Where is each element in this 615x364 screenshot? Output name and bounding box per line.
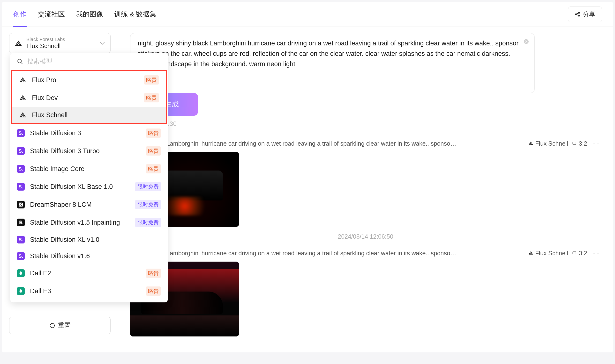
model-option[interactable]: DreamShaper 8 LCM限时免费 (10, 196, 168, 214)
tab-my-images[interactable]: 我的图像 (76, 2, 103, 27)
history-prompt: y shiny black Lamborghini hurricane car … (130, 250, 525, 257)
tab-create[interactable]: 创作 (13, 2, 27, 27)
history-ratio: 3:2 (572, 250, 587, 257)
ds-icon (17, 201, 25, 208)
prompt-box[interactable]: night. glossy shiny black Lamborghini hu… (130, 33, 535, 93)
model-badge: 略贵 (146, 286, 161, 296)
model-option-label: Dall E2 (30, 270, 140, 277)
svg-point-7 (20, 205, 20, 206)
tab-train-dataset[interactable]: 训练 & 数据集 (114, 2, 156, 27)
model-select[interactable]: Black Forest Labs Flux Schnell (9, 33, 111, 53)
model-option[interactable]: S.Stable Diffusion XL v1.0 (10, 231, 168, 248)
main-panel: night. glossy shiny black Lamborghini hu… (118, 27, 613, 352)
model-option-label: Stable Diffusion v1.6 (30, 252, 161, 260)
reset-button[interactable]: 重置 (9, 317, 111, 334)
model-option[interactable]: S.Stable Image Core略贵 (10, 160, 168, 178)
history-prompt: y shiny black Lamborghini hurricane car … (130, 140, 525, 147)
model-option-label: Flux Schnell (32, 111, 159, 119)
sd-icon: S. (17, 252, 25, 260)
flux-icon (19, 76, 27, 84)
model-option[interactable]: Flux Dev略贵 (12, 89, 166, 107)
model-option[interactable]: Dall E2略贵 (10, 264, 168, 282)
flux-icon (528, 140, 533, 147)
model-list: Flux Pro略贵Flux Dev略贵Flux SchnellS.Stable… (10, 70, 168, 300)
more-icon: ⋯ (593, 250, 599, 257)
model-option-label: Stable Diffusion v1.5 Inpainting (30, 219, 130, 226)
sd-icon: S. (17, 147, 25, 155)
model-option[interactable]: Flux Pro略贵 (12, 71, 166, 89)
model-option[interactable]: S.Stable Diffusion 3略贵 (10, 124, 168, 142)
top-tabs: 创作 交流社区 我的图像 训练 & 数据集 分享 (2, 2, 613, 27)
history-timestamp: 2024/08/14 12:06:50 (130, 233, 601, 240)
model-option-label: Stable Diffusion XL v1.0 (30, 236, 161, 244)
close-icon (523, 39, 529, 44)
ratio-icon (572, 140, 577, 147)
history-model: Flux Schnell (528, 250, 568, 257)
reset-label: 重置 (58, 321, 71, 330)
svg-point-8 (21, 205, 22, 206)
model-badge: 略贵 (144, 75, 159, 85)
history-more-button[interactable]: ⋯ (591, 140, 601, 147)
model-badge: 略贵 (144, 93, 159, 103)
model-option-label: Stable Diffusion 3 Turbo (30, 147, 140, 155)
model-badge: 略贵 (146, 269, 161, 278)
share-button[interactable]: 分享 (568, 7, 602, 22)
history-item: y shiny black Lamborghini hurricane car … (130, 250, 601, 337)
sdin-icon: ℝ (17, 219, 25, 226)
model-option-label: DreamShaper 8 LCM (30, 201, 130, 208)
search-input[interactable] (27, 58, 161, 65)
model-option[interactable]: S.Stable Diffusion v1.6 (10, 248, 168, 264)
prompt-text[interactable]: night. glossy shiny black Lamborghini hu… (138, 38, 527, 70)
model-option-label: Flux Pro (32, 76, 138, 84)
model-badge: 限时免费 (135, 182, 161, 191)
svg-rect-11 (573, 142, 576, 144)
model-vendor: Black Forest Labs (26, 37, 95, 42)
history-ratio: 3:2 (572, 140, 587, 147)
flux-icon (528, 250, 533, 257)
more-icon: ⋯ (593, 140, 599, 147)
model-name: Flux Schnell (26, 42, 95, 50)
model-logo-icon (15, 39, 22, 47)
model-option[interactable]: ℝStable Diffusion v1.5 Inpainting限时免费 (10, 214, 168, 231)
history-more-button[interactable]: ⋯ (591, 250, 601, 257)
sd-icon: S. (17, 236, 25, 244)
sidebar: Black Forest Labs Flux Schnell Flux Pro略… (2, 27, 118, 352)
model-option[interactable]: Dall E3略贵 (10, 282, 168, 300)
model-option-label: Dall E3 (30, 287, 140, 295)
clear-prompt-button[interactable] (523, 39, 529, 45)
model-option[interactable]: Flux Schnell (12, 107, 166, 123)
tab-community[interactable]: 交流社区 (38, 2, 65, 27)
reset-icon (49, 323, 55, 328)
history-model: Flux Schnell (528, 140, 568, 147)
chevron-down-icon (100, 41, 105, 45)
model-badge: 略贵 (146, 129, 161, 138)
sd-icon: S. (17, 183, 25, 191)
svg-point-9 (20, 204, 21, 205)
model-option-label: Flux Dev (32, 94, 138, 102)
share-icon (574, 11, 580, 17)
model-option-label: Stable Image Core (30, 165, 140, 173)
svg-rect-12 (573, 252, 576, 254)
ratio-icon (572, 250, 577, 257)
dall-icon (17, 287, 25, 295)
sd-icon: S. (17, 165, 25, 173)
model-option-label: Stable Diffusion XL Base 1.0 (30, 183, 130, 191)
model-badge: 限时免费 (135, 218, 161, 227)
sd-icon: S. (17, 129, 25, 137)
search-icon (17, 58, 23, 65)
history-list: y shiny black Lamborghini hurricane car … (130, 140, 601, 337)
model-badge: 略贵 (146, 164, 161, 173)
model-option[interactable]: S.Stable Diffusion 3 Turbo略贵 (10, 142, 168, 160)
flux-icon (19, 94, 27, 102)
highlighted-group: Flux Pro略贵Flux Dev略贵Flux Schnell (11, 70, 167, 124)
history-item: y shiny black Lamborghini hurricane car … (130, 140, 601, 240)
share-label: 分享 (583, 10, 595, 19)
flux-icon (19, 111, 27, 119)
svg-point-5 (20, 203, 20, 204)
model-badge: 限时免费 (135, 200, 161, 209)
model-option-label: Stable Diffusion 3 (30, 130, 140, 137)
svg-point-3 (18, 59, 21, 63)
model-option[interactable]: S.Stable Diffusion XL Base 1.0限时免费 (10, 178, 168, 196)
model-dropdown: Flux Pro略贵Flux Dev略贵Flux SchnellS.Stable… (10, 53, 168, 302)
svg-point-6 (21, 203, 22, 204)
